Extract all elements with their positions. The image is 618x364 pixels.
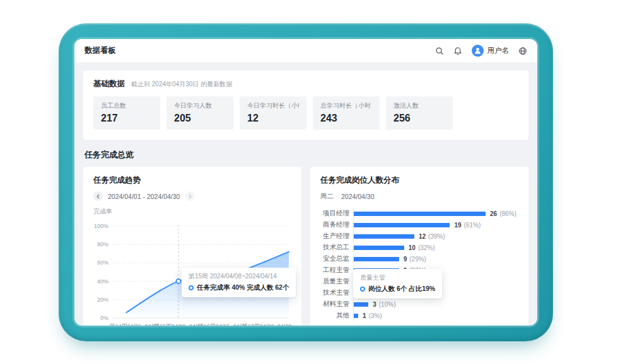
- bar-value: 10: [409, 244, 416, 251]
- stat-label: 员工总数: [101, 101, 153, 110]
- bar-row[interactable]: 项目经理26(86%): [320, 208, 518, 219]
- stat-box: 今日学习时长（小时）12: [240, 96, 306, 130]
- tablet-screen: 数据看板: [74, 39, 537, 326]
- distribution-tooltip-title: 质量主管: [360, 273, 435, 282]
- bar-row[interactable]: 生产经理12(39%): [320, 230, 518, 242]
- stat-label: 总学习时长（小时）: [320, 101, 372, 110]
- bar-value: 12: [419, 233, 426, 240]
- bar-percent: (39%): [428, 233, 445, 240]
- user-name: 用户名: [487, 46, 510, 55]
- page-title: 数据看板: [85, 45, 116, 56]
- stat-box: 今日学习人数205: [166, 96, 233, 130]
- page: 数据看板: [0, 0, 618, 364]
- bar-value: 26: [490, 210, 497, 217]
- distribution-tooltip: 质量主管 岗位人数 6个 占比19%: [353, 269, 442, 299]
- bar-category-label: 其他: [320, 311, 349, 320]
- bar[interactable]: [353, 223, 450, 227]
- svg-text:第14周04/01~04/07: 第14周04/01~04/07: [110, 323, 159, 326]
- svg-text:40%: 40%: [97, 278, 108, 285]
- stat-value: 256: [394, 113, 445, 124]
- bar-category-label: 安全总监: [320, 254, 349, 263]
- prev-range-button[interactable]: [93, 191, 103, 201]
- globe-icon[interactable]: [518, 46, 527, 55]
- stat-label: 今日学习人数: [174, 101, 226, 110]
- bar-percent: (10%): [379, 301, 396, 308]
- stat-value: 243: [320, 113, 372, 124]
- stat-box: 总学习时长（小时）243: [313, 96, 380, 130]
- bar[interactable]: [353, 257, 399, 261]
- basic-stats-row: 员工总数217今日学习人数205今日学习时长（小时）12总学习时长（小时）243…: [93, 96, 518, 130]
- user-menu[interactable]: 用户名: [472, 45, 510, 57]
- charts-row: 任务完成趋势 2024/04/01 - 2024/04/30 完成率 0%20%…: [83, 167, 528, 326]
- bar-category-label: 材料主管: [320, 300, 349, 309]
- bar-category-label: 工程主管: [320, 266, 349, 275]
- bar-row[interactable]: 材料主管3(10%): [320, 299, 518, 310]
- bar-value: 1: [363, 312, 366, 319]
- trend-card: 任务完成趋势 2024/04/01 - 2024/04/30 完成率 0%20%…: [83, 167, 301, 326]
- svg-text:0%: 0%: [100, 315, 108, 321]
- basic-data-note: 截止到 2024年04月30日 的最新数据: [131, 80, 232, 89]
- bar-value: 9: [404, 256, 407, 263]
- bar-category-label: 项目经理: [320, 209, 349, 218]
- bar-percent: (86%): [499, 210, 516, 217]
- series-marker-icon: [360, 287, 365, 292]
- bar-category-label: 质量主管: [320, 277, 349, 286]
- bar-value: 3: [373, 301, 376, 308]
- series-marker-icon: [189, 285, 194, 290]
- bar[interactable]: [353, 234, 414, 239]
- bar[interactable]: [353, 212, 486, 216]
- bar-percent: (3%): [369, 312, 382, 319]
- bar-category-label: 商务经理: [320, 220, 349, 229]
- svg-text:100%: 100%: [94, 223, 108, 229]
- search-icon[interactable]: [435, 46, 445, 55]
- bar-category-label: 技术主管: [320, 288, 349, 297]
- stat-value: 205: [174, 113, 226, 124]
- trend-tooltip: 第15周 2024/04/08~2024/04/14 任务完成率 40% 完成人…: [182, 268, 296, 297]
- user-avatar: [472, 45, 484, 57]
- header-actions: 用户名: [435, 45, 528, 57]
- next-range-button[interactable]: [185, 191, 194, 201]
- svg-text:60%: 60%: [97, 259, 108, 266]
- distribution-tooltip-text: 岗位人数 6个 占比19%: [368, 285, 435, 293]
- stat-label: 激活人数: [394, 101, 445, 110]
- section-title-task-overview: 任务完成总览: [85, 149, 527, 161]
- svg-text:第17周04/22~04/28: 第17周04/22~04/28: [242, 323, 291, 326]
- stat-value: 217: [101, 113, 153, 124]
- bar-value: 19: [454, 222, 461, 229]
- stat-box: 员工总数217: [93, 96, 160, 130]
- bar-percent: (61%): [464, 222, 481, 229]
- bar-row[interactable]: 安全总监9(29%): [320, 253, 518, 264]
- highlighted-data-point[interactable]: [177, 279, 181, 283]
- trend-card-title: 任务完成趋势: [93, 175, 291, 186]
- app-header: 数据看板: [74, 39, 537, 63]
- bar[interactable]: [353, 314, 358, 318]
- bar-category-label: 技术总工: [320, 243, 349, 252]
- basic-data-title: 基础数据: [93, 79, 125, 89]
- trend-y-axis-label: 完成率: [93, 207, 291, 216]
- stat-box: 激活人数256: [386, 96, 453, 130]
- bar[interactable]: [353, 302, 368, 307]
- bar-row[interactable]: 其他1(3%): [320, 310, 518, 321]
- date-range-label: 2024/04/01 - 2024/04/30: [108, 193, 180, 200]
- trend-tooltip-text: 任务完成率 40% 完成人数 62个: [197, 283, 289, 292]
- distribution-subtitle: 周二 2024/04/30: [320, 192, 518, 201]
- bar-row[interactable]: 技术总工10(32%): [320, 242, 518, 253]
- distribution-bar-chart: 项目经理26(86%)商务经理19(61%)生产经理12(39%)技术总工10(…: [320, 208, 518, 321]
- bar-row[interactable]: 商务经理19(61%): [320, 219, 518, 230]
- bar-percent: (29%): [409, 256, 426, 263]
- basic-data-header: 基础数据 截止到 2024年04月30日 的最新数据: [93, 79, 518, 89]
- bell-icon[interactable]: [453, 46, 463, 55]
- distribution-card: 任务完成岗位人数分布 周二 2024/04/30 项目经理26(86%)商务经理…: [310, 167, 528, 326]
- trend-tooltip-title: 第15周 2024/04/08~2024/04/14: [189, 272, 289, 281]
- bar-category-label: 生产经理: [320, 232, 349, 241]
- weekday-label: 周二: [320, 192, 334, 201]
- svg-text:80%: 80%: [97, 241, 108, 247]
- svg-text:20%: 20%: [97, 297, 108, 303]
- stat-value: 12: [247, 113, 299, 124]
- tablet-frame: 数据看板: [59, 23, 553, 341]
- basic-data-card: 基础数据 截止到 2024年04月30日 的最新数据 员工总数217今日学习人数…: [83, 71, 528, 140]
- distribution-card-title: 任务完成岗位人数分布: [320, 175, 518, 186]
- bar[interactable]: [353, 246, 404, 250]
- bar-percent: (32%): [418, 244, 435, 251]
- svg-text:第15周04/08~04/14: 第15周04/08~04/14: [154, 323, 203, 326]
